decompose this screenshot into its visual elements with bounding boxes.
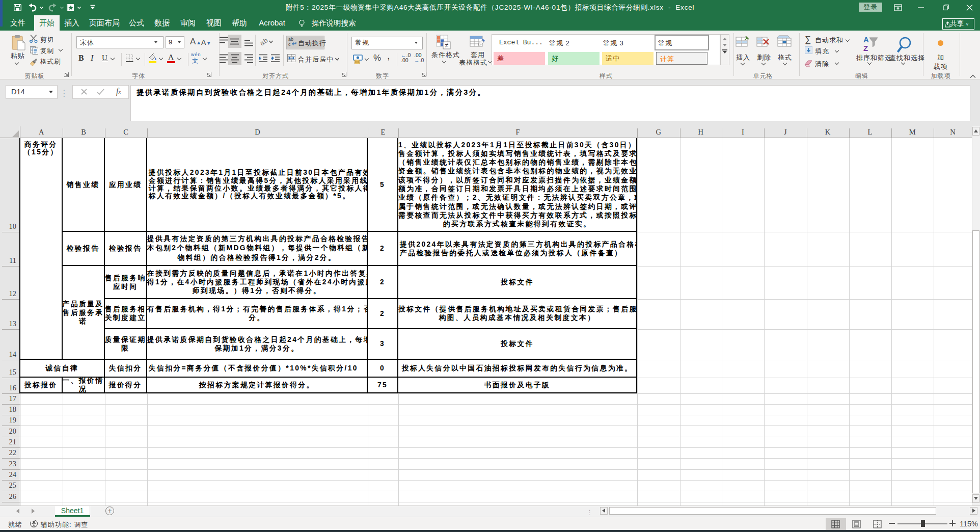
svg-text:≠: ≠ (445, 42, 449, 49)
